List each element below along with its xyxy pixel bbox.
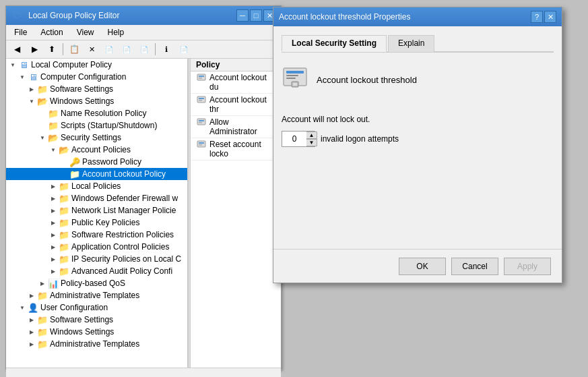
toolbar-up[interactable]: ⬆ (44, 42, 60, 57)
tree-expander-ip-security[interactable]: ▶ (48, 254, 59, 264)
tree-label-user-configuration: User Configuration (40, 303, 185, 312)
dialog-close-button[interactable]: ✕ (544, 11, 556, 23)
tree-node-security-settings[interactable]: ▼📂Security Settings (6, 132, 187, 144)
dialog-title-buttons: ? ✕ (531, 11, 556, 23)
tree-node-software-restriction[interactable]: ▶📁Software Restriction Policies (6, 229, 187, 241)
lockout-section: Account will not lock out. ▲ ▼ invalid l… (282, 107, 554, 155)
svg-rect-1 (199, 76, 204, 77)
dialog-tab-0[interactable]: Local Security Setting (282, 35, 387, 52)
menu-view[interactable]: View (71, 26, 100, 38)
menu-help[interactable]: Help (102, 26, 130, 38)
tree-node-advanced-audit[interactable]: ▶📁Advanced Audit Policy Confi (6, 265, 187, 277)
tree-expander-local-computer-policy[interactable]: ▼ (7, 59, 18, 70)
policy-row-2[interactable]: Allow Administrator (191, 116, 281, 138)
toolbar-help[interactable]: ℹ (158, 42, 174, 57)
apply-button[interactable]: Apply (504, 258, 551, 275)
tree-node-application-control[interactable]: ▶📁Application Control Policies (6, 241, 187, 253)
policy-column-header: Policy (196, 60, 220, 69)
policy-rows-container: Account lockout duAccount lockout thrAll… (191, 71, 281, 161)
tree-node-software-settings[interactable]: ▶📁Software Settings (6, 83, 187, 95)
tree-expander-software-settings-user[interactable]: ▶ (26, 314, 37, 325)
policy-row-icon-0 (196, 73, 207, 84)
policy-row-3[interactable]: Reset account locko (191, 138, 281, 161)
policy-row-0[interactable]: Account lockout du (191, 71, 281, 94)
tree-expander-application-control[interactable]: ▶ (48, 241, 59, 252)
tree-expander-security-settings[interactable]: ▼ (37, 132, 48, 143)
tree-node-windows-settings-user[interactable]: ▶📁Windows Settings (6, 326, 187, 338)
tree-expander-local-policies[interactable]: ▶ (48, 181, 59, 192)
tree-expander-network-list-manager[interactable]: ▶ (48, 205, 59, 216)
spinner-container: ▲ ▼ (282, 131, 315, 147)
tree-node-administrative-templates-computer[interactable]: ▶📁Administrative Templates (6, 289, 187, 301)
tree-expander-software-restriction[interactable]: ▶ (48, 229, 59, 240)
tree-label-administrative-templates-user: Administrative Templates (50, 339, 185, 349)
lockout-threshold-input[interactable] (282, 132, 306, 146)
menu-file[interactable]: File (9, 26, 32, 38)
tree-expander-computer-configuration[interactable]: ▼ (17, 71, 28, 82)
svg-rect-5 (199, 100, 202, 101)
tree-node-password-policy[interactable]: 🔑Password Policy (6, 156, 187, 168)
svg-rect-2 (199, 78, 202, 79)
toolbar-copy[interactable]: 📋 (66, 42, 82, 57)
tree-node-network-list-manager[interactable]: ▶📁Network List Manager Policie (6, 204, 187, 216)
tree-expander-advanced-audit[interactable]: ▶ (48, 266, 59, 277)
toolbar-forward[interactable]: ▶ (26, 42, 42, 57)
policy-title-row: Account lockout threshold (282, 66, 417, 93)
dialog-footer: OK Cancel Apply (273, 249, 562, 283)
tree-node-policy-based-qos[interactable]: ▶📊Policy-based QoS (6, 277, 187, 289)
minimize-button[interactable]: ─ (236, 9, 249, 22)
toolbar-view2[interactable]: 📄 (136, 42, 152, 57)
policy-row-name-3: Reset account locko (209, 140, 275, 158)
spinner-down-button[interactable]: ▼ (306, 139, 317, 146)
tree-icon-password-policy: 🔑 (69, 156, 80, 167)
tree-expander-administrative-templates-computer[interactable]: ▶ (26, 290, 37, 301)
toolbar-back[interactable]: ◀ (9, 42, 25, 57)
title-bar-buttons: ─ □ ✕ (236, 9, 275, 22)
tree-node-user-configuration[interactable]: ▼👤User Configuration (6, 301, 187, 314)
cancel-button[interactable]: Cancel (451, 258, 498, 275)
tree-node-scripts-startup[interactable]: 📁Scripts (Startup/Shutdown) (6, 119, 187, 132)
tree-expander-policy-based-qos[interactable]: ▶ (37, 278, 48, 289)
tree-node-computer-configuration[interactable]: ▼🖥Computer Configuration (6, 71, 187, 83)
tree-icon-software-restriction: 📁 (59, 229, 69, 240)
tree-expander-windows-settings-user[interactable]: ▶ (26, 326, 37, 337)
tree-node-windows-defender-firewall[interactable]: ▶📁Windows Defender Firewall w (6, 192, 187, 204)
dialog-help-button[interactable]: ? (531, 11, 543, 23)
tree-node-ip-security[interactable]: ▶📁IP Security Policies on Local C (6, 253, 187, 265)
dialog-tab-1[interactable]: Explain (388, 35, 434, 52)
svg-rect-13 (286, 71, 304, 74)
tree-node-local-computer-policy[interactable]: ▼🖥Local Computer Policy (6, 59, 187, 71)
policy-row-1[interactable]: Account lockout thr (191, 94, 281, 116)
tree-expander-public-key-policies[interactable]: ▶ (48, 217, 59, 228)
tree-label-windows-settings-user: Windows Settings (50, 327, 185, 337)
tree-node-local-policies[interactable]: ▶📁Local Policies (6, 180, 187, 192)
tree-expander-windows-settings[interactable]: ▼ (26, 96, 37, 107)
tree-node-administrative-templates-user[interactable]: ▶📁Administrative Templates (6, 338, 187, 350)
toolbar-delete[interactable]: ✕ (84, 42, 100, 57)
menu-action[interactable]: Action (35, 26, 68, 38)
main-window-icon: 🛡 (11, 10, 22, 21)
ok-button[interactable]: OK (399, 258, 446, 275)
tree-expander-software-settings[interactable]: ▶ (26, 84, 37, 94)
tree-expander-administrative-templates-user[interactable]: ▶ (26, 339, 37, 349)
tree-node-software-settings-user[interactable]: ▶📁Software Settings (6, 314, 187, 326)
spinner-buttons: ▲ ▼ (306, 132, 317, 146)
tree-node-windows-settings[interactable]: ▼📂Windows Settings (6, 95, 187, 107)
tree-expander-windows-defender-firewall[interactable]: ▶ (48, 193, 59, 204)
spinner-up-button[interactable]: ▲ (306, 132, 317, 139)
tree-icon-windows-settings: 📂 (37, 96, 48, 107)
tree-icon-computer-configuration: 🖥 (28, 71, 38, 82)
tree-icon-security-settings: 📂 (48, 132, 59, 143)
tree-node-account-policies[interactable]: ▼📂Account Policies (6, 144, 187, 156)
tree-expander-account-policies[interactable]: ▼ (48, 144, 59, 155)
toolbar-view1[interactable]: 📄 (119, 42, 135, 57)
maximize-button[interactable]: □ (250, 9, 262, 22)
tree-node-account-lockout-policy[interactable]: 📁Account Lockout Policy (6, 168, 187, 180)
tree-node-public-key-policies[interactable]: ▶📁Public Key Policies (6, 216, 187, 229)
policy-title-label: Account lockout threshold (317, 75, 417, 85)
tree-node-name-resolution-policy[interactable]: 📁Name Resolution Policy (6, 107, 187, 119)
toolbar-properties[interactable]: 📄 (101, 42, 117, 57)
tree-expander-user-configuration[interactable]: ▼ (17, 302, 28, 313)
policy-icon-svg (282, 67, 308, 92)
toolbar-extra[interactable]: 📄 (176, 42, 192, 57)
